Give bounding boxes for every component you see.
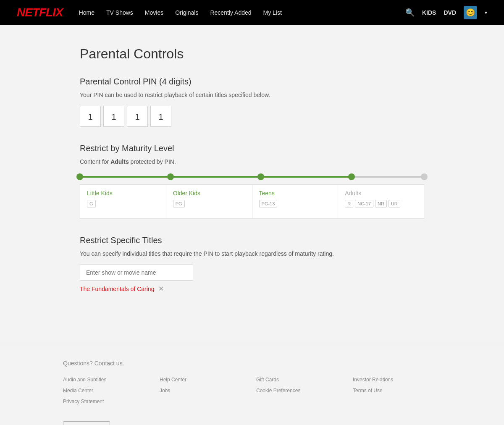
search-icon[interactable]: 🔍 (405, 8, 415, 17)
rating-columns: Little Kids G Older Kids PG Teens PG-13 … (80, 184, 424, 219)
little-kids-label: Little Kids (87, 190, 159, 197)
footer-contact-text: Questions? Contact us. (63, 360, 124, 367)
badge-G: G (87, 200, 96, 207)
rating-col-teens: Teens PG-13 (252, 185, 339, 218)
netflix-logo[interactable]: NETFLIX (17, 6, 63, 19)
footer-link-gift[interactable]: Gift Cards (256, 377, 344, 383)
search-input[interactable] (80, 265, 193, 281)
maturity-desc: Content for Adults protected by PIN. (80, 158, 424, 165)
footer-link-privacy[interactable]: Privacy Statement (63, 399, 151, 404)
pin-digit-1[interactable]: 1 (80, 106, 101, 127)
little-kids-badges: G (87, 200, 159, 207)
restrict-section: Restrict Specific Titles You can specify… (80, 236, 424, 292)
nav-right-section: 🔍 KIDS DVD 😊 ▾ (405, 6, 487, 19)
maturity-section: Restrict by Maturity Level Content for A… (80, 144, 424, 219)
slider-track-filled (80, 176, 352, 178)
footer-link-media[interactable]: Media Center (63, 388, 151, 394)
footer-link-audio[interactable]: Audio and Subtitles (63, 377, 151, 383)
footer-link-terms[interactable]: Terms of Use (353, 388, 441, 394)
pin-digit-3[interactable]: 1 (127, 106, 148, 127)
rating-col-adults: Adults R NC-17 NR UR (338, 185, 424, 218)
slider-track (80, 176, 424, 178)
adults-label: Adults (345, 190, 417, 197)
kids-link[interactable]: KIDS (422, 9, 436, 16)
nav-originals[interactable]: Originals (175, 9, 198, 16)
navigation: NETFLIX Home TV Shows Movies Originals R… (0, 0, 504, 25)
page-title: Parental Controls (80, 46, 424, 62)
slider-dot-1[interactable] (76, 173, 83, 180)
older-kids-badges: PG (173, 200, 245, 207)
badge-UR: UR (388, 200, 400, 207)
main-content: Parental Controls Parental Control PIN (… (63, 25, 441, 343)
slider-dot-5[interactable] (421, 173, 428, 180)
badge-R: R (345, 200, 353, 207)
dvd-link[interactable]: DVD (444, 9, 456, 16)
teens-badges: PG-13 (259, 200, 331, 207)
badge-PG13: PG-13 (259, 200, 278, 207)
restrict-heading: Restrict Specific Titles (80, 236, 424, 245)
footer-link-investor[interactable]: Investor Relations (353, 377, 441, 383)
rating-col-little-kids: Little Kids G (80, 185, 166, 218)
restricted-title-row: The Fundamentals of Caring ✕ (80, 286, 424, 292)
footer-contact: Questions? Contact us. (63, 360, 441, 367)
older-kids-label: Older Kids (173, 190, 245, 197)
nav-tv-shows[interactable]: TV Shows (106, 9, 133, 16)
restrict-desc: You can specify individual titles that r… (80, 250, 424, 257)
badge-NR: NR (375, 200, 387, 207)
maturity-slider[interactable] (80, 173, 424, 181)
nav-recently-added[interactable]: Recently Added (210, 9, 251, 16)
service-code-button[interactable]: Service Code (63, 421, 110, 425)
maturity-desc-bold: Adults (110, 158, 129, 165)
pin-section: Parental Control PIN (4 digits) Your PIN… (80, 77, 424, 127)
maturity-desc-suffix: protected by PIN. (129, 158, 176, 165)
pin-digit-2[interactable]: 1 (103, 106, 124, 127)
rating-col-older-kids: Older Kids PG (166, 185, 252, 218)
footer-inner: Questions? Contact us. Audio and Subtitl… (63, 360, 441, 425)
footer: Questions? Contact us. Audio and Subtitl… (0, 343, 504, 425)
footer-link-jobs[interactable]: Jobs (160, 388, 248, 394)
maturity-desc-prefix: Content for (80, 158, 110, 165)
restricted-title-name: The Fundamentals of Caring (80, 286, 154, 292)
adults-badges: R NC-17 NR UR (345, 200, 417, 207)
pin-section-heading: Parental Control PIN (4 digits) (80, 77, 424, 87)
nav-movies[interactable]: Movies (145, 9, 163, 16)
footer-link-help[interactable]: Help Center (160, 377, 248, 383)
slider-dot-3[interactable] (257, 173, 264, 180)
nav-home[interactable]: Home (79, 9, 94, 16)
slider-dot-2[interactable] (167, 173, 174, 180)
slider-dot-4[interactable] (348, 173, 355, 180)
avatar[interactable]: 😊 (464, 6, 477, 19)
footer-link-cookie[interactable]: Cookie Preferences (256, 388, 344, 394)
teens-label: Teens (259, 190, 331, 197)
remove-title-button[interactable]: ✕ (158, 286, 164, 292)
badge-NC17: NC-17 (355, 200, 373, 207)
maturity-heading: Restrict by Maturity Level (80, 144, 424, 153)
pin-section-desc: Your PIN can be used to restrict playbac… (80, 92, 424, 98)
pin-digit-4[interactable]: 1 (150, 106, 171, 127)
avatar-caret-icon[interactable]: ▾ (485, 10, 487, 16)
badge-PG: PG (173, 200, 185, 207)
nav-my-list[interactable]: My List (263, 9, 282, 16)
footer-links: Audio and Subtitles Help Center Gift Car… (63, 377, 441, 404)
pin-container: 1 1 1 1 (80, 106, 424, 127)
